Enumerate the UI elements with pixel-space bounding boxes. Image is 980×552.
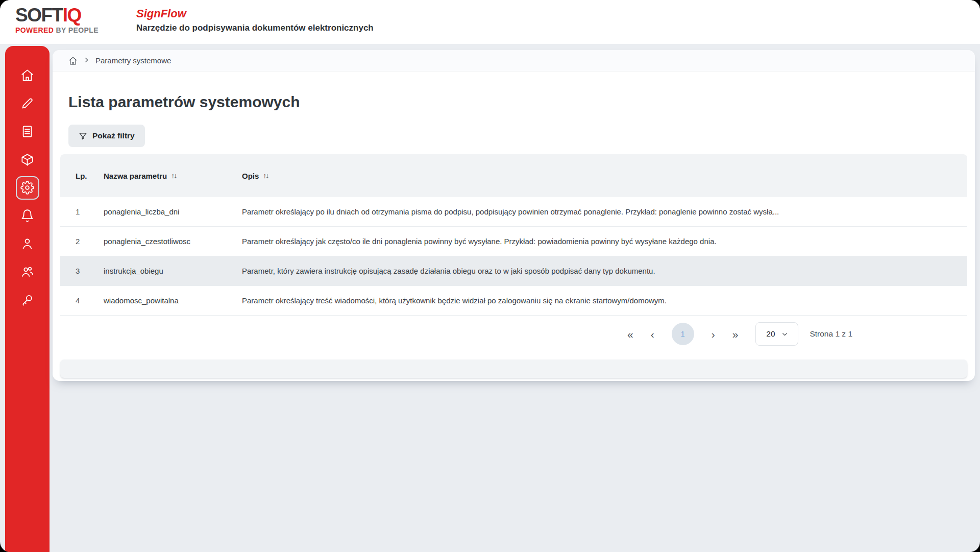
pagination-last-button[interactable]: » [732, 329, 739, 340]
cell-lp: 3 [76, 267, 104, 275]
show-filters-button[interactable]: Pokaż filtry [68, 125, 145, 147]
table-row[interactable]: 1 ponaglenia_liczba_dni Parametr określa… [60, 197, 967, 227]
cell-lp: 4 [76, 296, 104, 305]
cell-name: ponaglenia_liczba_dni [104, 207, 242, 216]
bell-icon [20, 209, 34, 223]
sidebar-item-home[interactable] [5, 61, 50, 89]
breadcrumb-current: Parametry systemowe [95, 56, 171, 65]
sidebar-item-notifications[interactable] [5, 202, 50, 230]
cell-name: instrukcja_obiegu [104, 267, 242, 275]
cell-description: Parametr określający jak często/co ile d… [242, 237, 967, 246]
show-filters-label: Pokaż filtry [92, 131, 135, 140]
page-size-value: 20 [766, 329, 775, 339]
cube-icon [20, 153, 34, 166]
users-icon [20, 265, 34, 279]
document-icon [20, 125, 34, 138]
logo-tagline: POWERED BY PEOPLE [15, 26, 99, 34]
logo-powered: POWERED [15, 26, 54, 34]
sidebar-item-documents[interactable] [5, 117, 50, 146]
cell-name: ponaglenia_czestotliwosc [104, 237, 242, 246]
sidebar-nav [5, 46, 50, 552]
pagination-prev-button[interactable]: ‹ [651, 329, 654, 340]
sidebar-item-key[interactable] [5, 286, 50, 314]
cell-name: wiadomosc_powitalna [104, 296, 242, 305]
chevron-down-icon [781, 331, 788, 338]
column-header-lp: Lp. [76, 172, 104, 180]
active-item-frame [16, 176, 39, 200]
app-subtitle: Narzędzie do podpisywania dokumentów ele… [136, 23, 374, 33]
pencil-icon [20, 97, 34, 110]
breadcrumb: Parametry systemowe [53, 50, 975, 71]
table-footer-strip [60, 359, 967, 378]
filter-funnel-icon [79, 132, 87, 140]
cell-description: Parametr określający po ilu dniach od ot… [242, 207, 967, 216]
column-header-name: Nazwa parametru↑↓ [104, 172, 242, 180]
table-row[interactable]: 4 wiadomosc_powitalna Parametr określają… [60, 286, 967, 316]
sidebar-item-user[interactable] [5, 230, 50, 258]
page-title: Lista parametrów systemowych [68, 92, 975, 112]
table-row[interactable]: 2 ponaglenia_czestotliwosc Parametr okre… [60, 227, 967, 256]
sidebar-item-users[interactable] [5, 258, 50, 286]
user-icon [20, 237, 34, 251]
parameters-table: Lp. Nazwa parametru↑↓ Opis↑↓ 1 ponagleni… [60, 154, 967, 316]
key-icon [20, 293, 34, 307]
cell-lp: 1 [76, 207, 104, 216]
sidebar-item-settings[interactable] [5, 174, 50, 202]
logo-soft: SOFT [15, 5, 63, 26]
pagination-first-button[interactable]: « [627, 329, 633, 340]
table-header-row: Lp. Nazwa parametru↑↓ Opis↑↓ [60, 154, 967, 197]
app-name: SignFlow [136, 7, 374, 21]
sidebar-item-package[interactable] [5, 146, 50, 174]
logo-iq: IQ [63, 5, 81, 26]
cell-description: Parametr określający treść wiadomości, k… [242, 296, 967, 305]
table-row-highlighted[interactable]: 3 instrukcja_obiegu Parametr, który zawi… [60, 256, 967, 286]
breadcrumb-home-icon[interactable] [68, 56, 78, 65]
content-card: Parametry systemowe Lista parametrów sys… [53, 50, 975, 381]
home-icon [20, 68, 34, 82]
gear-icon [20, 181, 34, 195]
top-header: SOFTIQ POWERED BY PEOPLE SignFlow Narzęd… [0, 0, 980, 44]
cell-description: Parametr, który zawiera instrukcję opisu… [242, 267, 967, 275]
logo-wordmark: SOFTIQ [15, 6, 99, 25]
logo-by-people: BY PEOPLE [54, 26, 99, 34]
app-title-block: SignFlow Narzędzie do podpisywania dokum… [136, 7, 374, 33]
pagination-next-button[interactable]: › [712, 329, 715, 340]
cell-lp: 2 [76, 237, 104, 246]
pagination-current-page[interactable]: 1 [672, 323, 694, 345]
sort-icon-name[interactable]: ↑↓ [171, 172, 176, 180]
softiq-logo: SOFTIQ POWERED BY PEOPLE [15, 6, 99, 34]
page-info-label: Strona 1 z 1 [810, 329, 852, 339]
sidebar-item-edit[interactable] [5, 89, 50, 117]
sort-icon-description[interactable]: ↑↓ [263, 172, 268, 180]
app-window: SOFTIQ POWERED BY PEOPLE SignFlow Narzęd… [0, 0, 980, 552]
column-header-description: Opis↑↓ [242, 172, 967, 180]
breadcrumb-separator-icon [83, 56, 90, 65]
pagination: « ‹ 1 › » 20 Strona 1 z 1 [53, 316, 975, 352]
page-size-select[interactable]: 20 [755, 322, 798, 346]
